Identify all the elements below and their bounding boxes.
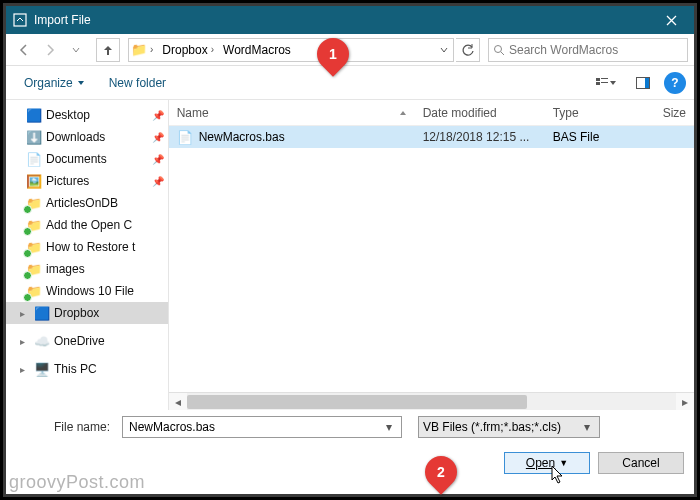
sidebar-item-dropbox[interactable]: ▸🟦Dropbox (6, 302, 168, 324)
column-header-type[interactable]: Type (545, 106, 655, 120)
folder-icon: 🟦 (34, 305, 50, 321)
svg-rect-2 (596, 78, 600, 81)
filetype-dropdown[interactable]: VB Files (*.frm;*.bas;*.cls) ▾ (418, 416, 600, 438)
footer: File name: ▾ VB Files (*.frm;*.bas;*.cls… (6, 410, 694, 482)
nav-row: 📁› Dropbox› WordMacros Search WordMacros (6, 34, 694, 66)
pin-icon: 📌 (152, 176, 164, 187)
filetype-label: VB Files (*.frm;*.bas;*.cls) (423, 420, 579, 434)
pin-icon: 📌 (152, 110, 164, 121)
search-icon (493, 44, 505, 56)
sidebar-item-label: Add the Open C (46, 218, 132, 232)
sidebar-item-how-to-restore-t[interactable]: 📁How to Restore t (6, 236, 168, 258)
recent-dropdown[interactable] (64, 38, 88, 62)
search-placeholder: Search WordMacros (509, 43, 618, 57)
column-header-row: Name Date modified Type Size (169, 100, 694, 126)
sidebar-item-label: Pictures (46, 174, 89, 188)
horizontal-scrollbar[interactable]: ◂ ▸ (169, 392, 694, 410)
folder-icon: ⬇️ (26, 129, 42, 145)
folder-icon: 📁 (26, 217, 42, 233)
expander-icon: ▸ (14, 333, 30, 349)
sidebar-item-label: images (46, 262, 85, 276)
forward-button[interactable] (38, 38, 62, 62)
sidebar-item-label: How to Restore t (46, 240, 135, 254)
folder-icon: 📁 (26, 261, 42, 277)
column-header-size[interactable]: Size (655, 106, 694, 120)
filename-input[interactable]: ▾ (122, 416, 402, 438)
new-folder-button[interactable]: New folder (99, 72, 176, 94)
refresh-button[interactable] (456, 38, 480, 62)
scroll-left-icon[interactable]: ◂ (169, 393, 187, 410)
sidebar-item-add-the-open-c[interactable]: 📁Add the Open C (6, 214, 168, 236)
file-name: NewMacros.bas (199, 130, 285, 144)
folder-icon: 📄 (26, 151, 42, 167)
cancel-button[interactable]: Cancel (598, 452, 684, 474)
scroll-thumb[interactable] (187, 395, 527, 409)
sidebar-item-articlesondb[interactable]: 📁ArticlesOnDB (6, 192, 168, 214)
file-row[interactable]: 📄NewMacros.bas12/18/2018 12:15 ...BAS Fi… (169, 126, 694, 148)
file-date: 12/18/2018 12:15 ... (415, 130, 545, 144)
sidebar-item-label: OneDrive (54, 334, 105, 348)
breadcrumb-seg-wordmacros[interactable]: WordMacros (221, 39, 295, 61)
sidebar-item-label: Downloads (46, 130, 105, 144)
breadcrumb-bar[interactable]: 📁› Dropbox› WordMacros (128, 38, 454, 62)
body: 🟦Desktop📌⬇️Downloads📌📄Documents📌🖼️Pictur… (6, 100, 694, 410)
cursor-icon (551, 465, 565, 485)
sidebar-item-windows-10-file[interactable]: 📁Windows 10 File (6, 280, 168, 302)
sidebar-item-label: Desktop (46, 108, 90, 122)
pin-icon: 📌 (152, 154, 164, 165)
sidebar-item-onedrive[interactable]: ▸☁️OneDrive (6, 330, 168, 352)
window-title: Import File (34, 13, 649, 27)
sidebar-item-documents[interactable]: 📄Documents📌 (6, 148, 168, 170)
file-type: BAS File (545, 130, 655, 144)
sidebar-item-label: Windows 10 File (46, 284, 134, 298)
svg-rect-3 (596, 82, 600, 85)
close-button[interactable] (649, 6, 694, 34)
sidebar-item-pictures[interactable]: 🖼️Pictures📌 (6, 170, 168, 192)
expander-icon: ▸ (14, 305, 30, 321)
filename-dropdown-icon[interactable]: ▾ (381, 420, 397, 434)
command-row: Organize New folder ? (6, 66, 694, 100)
svg-rect-5 (601, 82, 608, 83)
view-button[interactable] (586, 71, 626, 95)
column-header-name[interactable]: Name (169, 106, 415, 120)
sidebar: 🟦Desktop📌⬇️Downloads📌📄Documents📌🖼️Pictur… (6, 100, 169, 410)
filetype-dropdown-icon: ▾ (579, 420, 595, 434)
path-dropdown[interactable] (435, 45, 453, 55)
app-icon (6, 13, 34, 27)
help-button[interactable]: ? (664, 72, 686, 94)
folder-icon: ☁️ (34, 333, 50, 349)
file-icon: 📄 (177, 129, 193, 145)
folder-icon: 📁 (26, 283, 42, 299)
organize-button[interactable]: Organize (14, 72, 95, 94)
svg-rect-7 (645, 78, 649, 88)
sidebar-item-downloads[interactable]: ⬇️Downloads📌 (6, 126, 168, 148)
preview-pane-button[interactable] (630, 71, 656, 95)
filename-label: File name: (16, 420, 116, 434)
open-button[interactable]: Open▼ (504, 452, 590, 474)
back-button[interactable] (12, 38, 36, 62)
breadcrumb-seg-dropbox[interactable]: Dropbox› (160, 39, 221, 61)
column-header-date[interactable]: Date modified (415, 106, 545, 120)
filename-field[interactable] (127, 419, 381, 435)
title-bar: Import File (6, 6, 694, 34)
pin-icon: 📌 (152, 132, 164, 143)
folder-icon: 🖥️ (34, 361, 50, 377)
breadcrumb-label: Dropbox (162, 43, 207, 57)
file-list: 📄NewMacros.bas12/18/2018 12:15 ...BAS Fi… (169, 126, 694, 392)
sidebar-item-label: ArticlesOnDB (46, 196, 118, 210)
folder-icon: 📁 (26, 195, 42, 211)
search-input[interactable]: Search WordMacros (488, 38, 688, 62)
sidebar-item-this-pc[interactable]: ▸🖥️This PC (6, 358, 168, 380)
up-button[interactable] (96, 38, 120, 62)
folder-icon: 🖼️ (26, 173, 42, 189)
breadcrumb-label: WordMacros (223, 43, 291, 57)
folder-icon: 🟦 (26, 107, 42, 123)
folder-icon: 📁 (26, 239, 42, 255)
sidebar-item-images[interactable]: 📁images (6, 258, 168, 280)
breadcrumb-root-icon[interactable]: 📁› (129, 39, 160, 61)
svg-rect-4 (601, 78, 608, 79)
file-pane: Name Date modified Type Size 📄NewMacros.… (169, 100, 694, 410)
sidebar-item-desktop[interactable]: 🟦Desktop📌 (6, 104, 168, 126)
scroll-right-icon[interactable]: ▸ (676, 393, 694, 410)
expander-icon: ▸ (14, 361, 30, 377)
